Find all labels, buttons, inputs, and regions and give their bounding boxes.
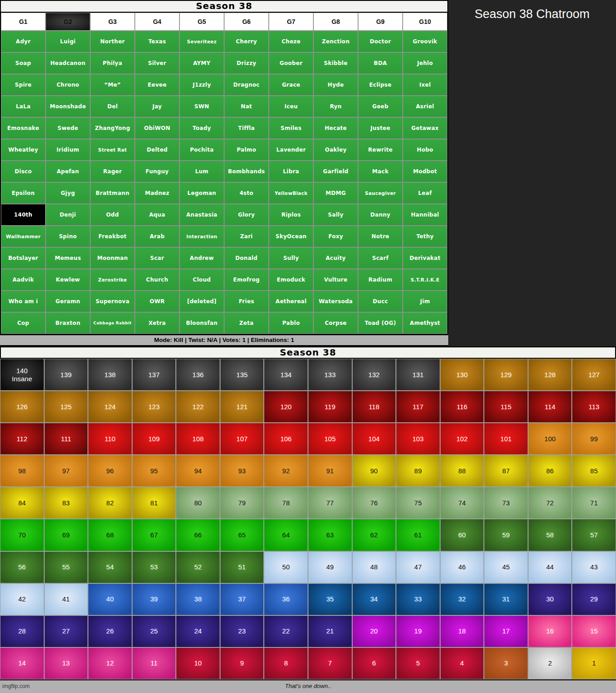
- roster-cell: Tethy: [403, 226, 447, 247]
- roster-cell: Street Rat: [90, 139, 135, 161]
- ranking-cell: 111: [44, 423, 88, 455]
- ranking-cell: 127: [572, 359, 616, 391]
- roster-cell: Eclipse: [358, 74, 403, 96]
- ranking-cell: 138: [88, 359, 132, 391]
- roster-cell: Norther: [90, 31, 135, 52]
- ranking-cell: 122: [176, 391, 220, 423]
- ranking-cell: 30: [528, 583, 572, 615]
- ranking-cell: 80: [176, 487, 220, 519]
- ranking-cell: 50: [264, 551, 308, 583]
- ranking-cell: 2: [528, 647, 572, 679]
- roster-cell: Wheatley: [1, 139, 46, 161]
- roster-cell: Aethereal: [269, 291, 313, 312]
- top-season-title: Season 38: [0, 0, 448, 13]
- roster-cell: S.T.R.I.K.E: [403, 269, 447, 291]
- ranking-cell: 41: [44, 583, 88, 615]
- ranking-cell: 112: [0, 423, 44, 455]
- roster-cell: Del: [90, 96, 135, 117]
- roster-cell: Leaf: [403, 182, 447, 204]
- roster-cell: Madnez: [135, 182, 179, 204]
- roster-cell: Arab: [135, 226, 179, 247]
- roster-cell: Modbot: [403, 161, 447, 182]
- roster-cell: ObiWON: [135, 117, 179, 139]
- roster-cell: Chrono: [46, 74, 90, 96]
- roster-cell: Denji: [46, 204, 90, 226]
- ranking-cell: 105: [308, 423, 352, 455]
- roster-cell: Groovik: [403, 31, 447, 52]
- roster-cell: Pochita: [179, 139, 224, 161]
- roster-cell: Vulture: [313, 269, 358, 291]
- ranking-cell: 123: [132, 391, 176, 423]
- ranking-cell: 70: [0, 519, 44, 551]
- roster-cell: Ixel: [403, 74, 447, 96]
- ranking-cell: 78: [264, 487, 308, 519]
- roster-cell: Zeta: [224, 312, 269, 334]
- ranking-cell: 110: [88, 423, 132, 455]
- ranking-cell: 117: [396, 391, 440, 423]
- ranking-cell: 128: [528, 359, 572, 391]
- roster-cell: ZhangYong: [90, 117, 135, 139]
- roster-cell: Brattmann: [90, 182, 135, 204]
- ranking-cell: 8: [264, 647, 308, 679]
- roster-cell: Rager: [90, 161, 135, 182]
- ranking-cell: 131: [396, 359, 440, 391]
- roster-cell: Cherry: [224, 31, 269, 52]
- ranking-cell: 84: [0, 487, 44, 519]
- ranking-cell: 86: [528, 455, 572, 487]
- ranking-cell: 48: [352, 551, 396, 583]
- ranking-cell: 120: [264, 391, 308, 423]
- ranking-cell: 129: [484, 359, 528, 391]
- roster-cell: Disco: [1, 161, 46, 182]
- roster-cell: Freakbot: [90, 226, 135, 247]
- roster-cell: Amethyst: [403, 312, 447, 334]
- roster-cell: Zenction: [313, 31, 358, 52]
- ranking-cell: 12: [88, 647, 132, 679]
- ranking-cell: 25: [132, 615, 176, 647]
- ranking-cell: 59: [484, 519, 528, 551]
- roster-cell: Rewrite: [358, 139, 403, 161]
- roster-cell: Cheze: [269, 31, 313, 52]
- group-header: G3: [90, 13, 135, 31]
- roster-cell: Cop: [1, 312, 46, 334]
- ranking-cell: 90: [352, 455, 396, 487]
- group-header: G7: [269, 13, 313, 31]
- ranking-cell: 73: [484, 487, 528, 519]
- footer-message: That's one down..: [0, 683, 616, 689]
- roster-cell: Silver: [135, 52, 179, 74]
- group-header: G9: [358, 13, 403, 31]
- ranking-cell: 82: [88, 487, 132, 519]
- ranking-cell: 83: [44, 487, 88, 519]
- roster-cell: Doctor: [358, 31, 403, 52]
- roster-cell: Riplos: [269, 204, 313, 226]
- ranking-cell: 57: [572, 519, 616, 551]
- ranking-grid: 140 Insane139138137136135134133132131130…: [0, 359, 616, 679]
- ranking-cell: 53: [132, 551, 176, 583]
- roster-cell: Moonman: [90, 247, 135, 269]
- group-header: G6: [224, 13, 269, 31]
- roster-cell: Watersoda: [313, 291, 358, 312]
- roster-cell: Geramn: [46, 291, 90, 312]
- ranking-cell: 65: [220, 519, 264, 551]
- roster-cell: Memeus: [46, 247, 90, 269]
- roster-cell: Kewlew: [46, 269, 90, 291]
- ranking-cell: 97: [44, 455, 88, 487]
- ranking-cell: 43: [572, 551, 616, 583]
- ranking-cell: 134: [264, 359, 308, 391]
- roster-cell: Iceu: [269, 96, 313, 117]
- roster-cell: Headcanon: [46, 52, 90, 74]
- ranking-cell: 93: [220, 455, 264, 487]
- roster-cell: Iridium: [46, 139, 90, 161]
- roster-cell: AYMY: [179, 52, 224, 74]
- ranking-cell: 132: [352, 359, 396, 391]
- roster-cell: Philya: [90, 52, 135, 74]
- ranking-cell: 38: [176, 583, 220, 615]
- roster-cell: Soap: [1, 52, 46, 74]
- ranking-cell: 95: [132, 455, 176, 487]
- ranking-cell: 140 Insane: [0, 359, 44, 391]
- roster-cell: Emosnake: [1, 117, 46, 139]
- ranking-cell: 99: [572, 423, 616, 455]
- roster-cell: Tiffla: [224, 117, 269, 139]
- roster-cell: J1zzly: [179, 74, 224, 96]
- roster-cell: Aqua: [135, 204, 179, 226]
- roster-cell: Pablo: [269, 312, 313, 334]
